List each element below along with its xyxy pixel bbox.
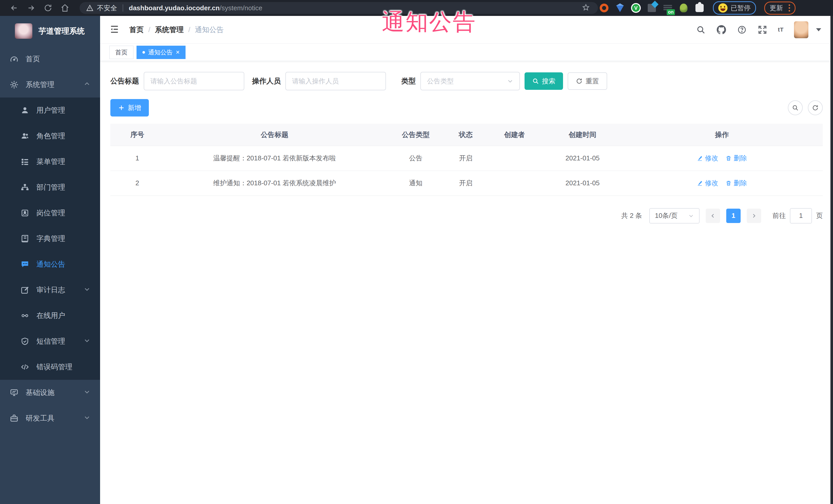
- chevron-left-icon: [710, 213, 716, 219]
- search-icon[interactable]: [696, 25, 706, 35]
- cell-creator: [485, 146, 544, 171]
- table-header-row: 序号 公告标题 公告类型 状态 创建者 创建时间 操作: [110, 124, 823, 146]
- delete-link[interactable]: 删除: [725, 154, 747, 163]
- page-scrollbar[interactable]: [830, 16, 833, 504]
- operator-filter-input[interactable]: [285, 72, 386, 90]
- url-path[interactable]: /system/notice: [220, 4, 262, 12]
- extension-orange-ring-icon[interactable]: [599, 3, 609, 13]
- sidebar-item-label: 基础设施: [26, 388, 54, 398]
- sidebar-item-dict[interactable]: 字典管理: [0, 226, 100, 251]
- extension-plant-icon[interactable]: [679, 3, 689, 13]
- forward-icon[interactable]: [24, 2, 39, 15]
- toggle-search-button[interactable]: [788, 100, 803, 115]
- tab-notice[interactable]: 通知公告: [137, 46, 186, 59]
- add-button[interactable]: 新增: [110, 99, 149, 117]
- add-button-label: 新增: [128, 103, 141, 113]
- user-avatar[interactable]: [794, 21, 808, 38]
- help-icon[interactable]: [737, 25, 747, 35]
- edit-link[interactable]: 修改: [697, 154, 718, 163]
- table-row[interactable]: 1 温馨提醒：2018-07-01 若依新版本发布啦 公告 开启 2021-01…: [110, 146, 823, 171]
- reset-button[interactable]: 重置: [568, 72, 607, 90]
- col-creator: 创建者: [485, 124, 544, 146]
- fullscreen-icon[interactable]: [757, 25, 767, 35]
- profile-paused-badge[interactable]: 已暂停: [713, 1, 756, 15]
- search-button[interactable]: 搜索: [525, 72, 563, 90]
- search-icon: [792, 104, 799, 111]
- prev-page-button[interactable]: [706, 209, 720, 223]
- title-filter-input[interactable]: [144, 72, 244, 90]
- sidebar-item-devtools[interactable]: 研发工具: [0, 405, 100, 431]
- online-users-icon: [21, 311, 29, 320]
- goto-page-input[interactable]: [790, 208, 812, 223]
- type-select-placeholder: 公告类型: [427, 77, 454, 86]
- font-size-icon[interactable]: tT: [778, 26, 784, 33]
- back-icon[interactable]: [7, 2, 22, 15]
- page-number-1[interactable]: 1: [726, 209, 741, 223]
- sidebar-item-departments[interactable]: 部门管理: [0, 174, 100, 200]
- sidebar-item-label: 角色管理: [37, 131, 65, 141]
- plus-icon: [118, 104, 125, 111]
- cell-title: 温馨提醒：2018-07-01 若依新版本发布啦: [164, 146, 385, 171]
- extension-puzzle-icon[interactable]: [694, 3, 705, 13]
- sidebar-item-audit-log[interactable]: 审计日志: [0, 277, 100, 303]
- sidebar-item-users[interactable]: 用户管理: [0, 97, 100, 123]
- header-bar: 首页 / 系统管理 / 通知公告 tT: [100, 16, 833, 44]
- cell-type: 公告: [385, 146, 447, 171]
- browser-menu-icon[interactable]: [789, 4, 790, 11]
- tab-home[interactable]: 首页: [109, 46, 134, 59]
- sidebar-item-label: 错误码管理: [37, 362, 72, 372]
- operator-filter-label: 操作人员: [252, 76, 281, 86]
- delete-link[interactable]: 删除: [725, 178, 747, 188]
- col-actions: 操作: [621, 124, 823, 146]
- sidebar-item-menus[interactable]: 菜单管理: [0, 149, 100, 174]
- gear-icon: [10, 80, 19, 89]
- tag-views-bar: 首页 通知公告: [100, 44, 833, 61]
- badge-icon: [21, 209, 29, 217]
- warning-icon: [86, 4, 93, 11]
- chevron-down-icon: [84, 286, 90, 294]
- github-icon[interactable]: [716, 25, 727, 35]
- sidebar-fold-icon[interactable]: [109, 24, 121, 35]
- sidebar-item-system[interactable]: 系统管理: [0, 72, 100, 97]
- url-domain[interactable]: dashboard.yudao.iocoder.cn: [129, 4, 220, 12]
- next-page-button[interactable]: [747, 209, 761, 223]
- title-filter-label: 公告标题: [110, 76, 139, 86]
- security-label[interactable]: 不安全: [97, 4, 117, 13]
- avatar-caret-icon[interactable]: [816, 28, 821, 31]
- app-logo[interactable]: 芋道管理系统: [0, 16, 100, 46]
- sidebar-item-label: 菜单管理: [37, 157, 65, 167]
- col-title: 公告标题: [164, 124, 385, 146]
- sidebar-item-roles[interactable]: 角色管理: [0, 123, 100, 149]
- type-select[interactable]: 公告类型: [420, 72, 520, 90]
- sidebar-item-notice[interactable]: 通知公告: [0, 251, 100, 277]
- logo-image: [15, 23, 32, 39]
- page-size-select[interactable]: 10条/页: [649, 208, 699, 223]
- reload-icon[interactable]: [41, 2, 55, 15]
- sidebar-item-infrastructure[interactable]: 基础设施: [0, 380, 100, 405]
- bookmark-star-icon[interactable]: [582, 4, 590, 12]
- sidebar-item-sms[interactable]: 短信管理: [0, 329, 100, 354]
- sidebar-item-label: 通知公告: [37, 260, 65, 269]
- address-bar[interactable]: 不安全 dashboard.yudao.iocoder.cn/system/no…: [79, 2, 598, 14]
- sidebar-item-error-codes[interactable]: 错误码管理: [0, 354, 100, 380]
- edit-icon: [697, 180, 703, 186]
- sidebar-item-label: 首页: [26, 54, 40, 64]
- home-icon[interactable]: [57, 2, 72, 15]
- extension-gem-icon[interactable]: [615, 3, 625, 13]
- sidebar-item-posts[interactable]: 岗位管理: [0, 200, 100, 226]
- close-icon[interactable]: [176, 48, 180, 56]
- users-icon: [21, 131, 29, 140]
- breadcrumb-home[interactable]: 首页: [129, 25, 144, 34]
- sidebar-item-online-users[interactable]: 在线用户: [0, 303, 100, 329]
- extension-grid-icon[interactable]: [647, 3, 657, 13]
- sidebar-item-home[interactable]: 首页: [0, 46, 100, 72]
- breadcrumb-separator: /: [188, 26, 190, 34]
- extension-list-icon[interactable]: on: [663, 3, 673, 13]
- edit-link[interactable]: 修改: [697, 178, 718, 188]
- cell-index: 2: [110, 171, 164, 195]
- breadcrumb-system[interactable]: 系统管理: [155, 25, 184, 34]
- extension-v-icon[interactable]: V: [631, 3, 641, 13]
- browser-update-button[interactable]: 更新: [764, 2, 795, 15]
- refresh-table-button[interactable]: [808, 100, 823, 115]
- table-row[interactable]: 2 维护通知：2018-07-01 若依系统凌晨维护 通知 开启 2021-01…: [110, 171, 823, 195]
